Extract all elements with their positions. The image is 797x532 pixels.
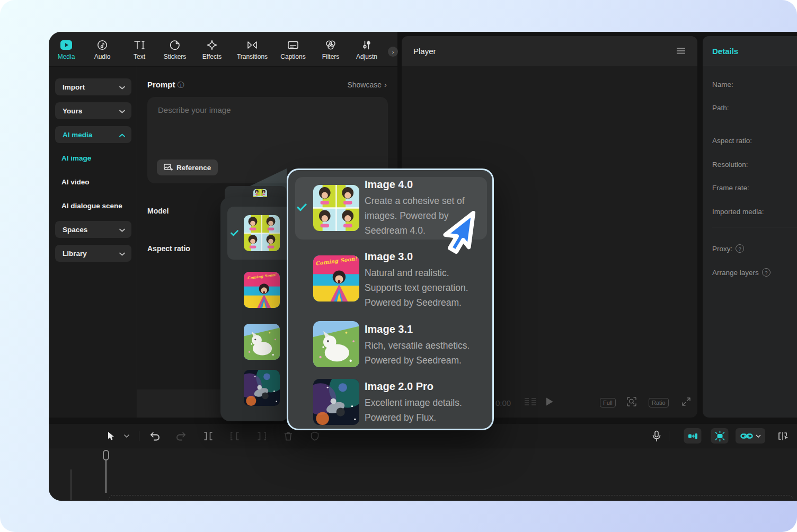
sidebar-divider (137, 66, 137, 419)
tab-audio[interactable]: Audio (81, 39, 123, 60)
tab-effects[interactable]: Effects (191, 39, 233, 60)
question-icon[interactable]: ? (736, 244, 744, 253)
model-option-image-4-0[interactable] (313, 185, 359, 231)
prompt-textarea[interactable] (157, 104, 376, 154)
voiceover-mic-icon[interactable] (652, 424, 661, 448)
timeline-dropzone (109, 495, 793, 501)
tab-label: Effects (191, 53, 233, 60)
model-option-desc: Natural and realistic. Supports text gen… (365, 265, 480, 310)
sidebar-item-import[interactable]: Import (55, 78, 131, 95)
sidebar-item-spaces[interactable]: Spaces (55, 221, 131, 238)
select-tool-icon[interactable] (106, 424, 116, 448)
stickers-icon (154, 39, 196, 51)
model-thumb-space-rider[interactable] (244, 370, 280, 406)
showcase-link[interactable]: Showcase › (347, 80, 387, 89)
reference-button[interactable]: Reference (157, 159, 218, 175)
transitions-icon (231, 39, 273, 51)
chevron-up-icon (119, 131, 125, 139)
tab-label: Audio (81, 53, 123, 60)
proxy-label: Proxy: (712, 245, 732, 253)
sidebar-item-label: AI media (63, 131, 92, 139)
add-reference-image-icon (164, 163, 173, 172)
chevron-down-icon (119, 107, 125, 115)
detail-field-name: Name: (712, 81, 733, 88)
model-option-image-2-0-pro[interactable] (313, 379, 359, 425)
model-option-title: Image 2.0 Pro (365, 380, 480, 393)
sidebar-item-yours[interactable]: Yours (55, 102, 131, 119)
magnetic-snap-button[interactable] (684, 428, 702, 444)
hamburger-menu-icon[interactable] (676, 47, 686, 56)
trim-left-icon[interactable] (229, 424, 240, 448)
captions-icon (272, 39, 314, 51)
zoom-preview-icon[interactable] (626, 396, 637, 409)
detail-field-proxy: Proxy: ? (712, 244, 744, 253)
info-icon[interactable]: ⓘ (178, 81, 184, 89)
sidebar-item-ai-dialogue-scene[interactable]: AI dialogue scene (61, 197, 122, 214)
selected-check-icon (297, 203, 307, 214)
question-icon[interactable]: ? (762, 268, 771, 277)
details-header: Details (703, 36, 797, 66)
aspect-ratio-label: Aspect ratio (147, 244, 190, 253)
tab-stickers[interactable]: Stickers (154, 39, 196, 60)
model-thumb-girl-grid[interactable] (244, 215, 280, 251)
trim-right-icon[interactable] (256, 424, 267, 448)
undo-icon[interactable] (149, 424, 161, 448)
model-thumb-dog-meadow[interactable] (244, 324, 280, 360)
toolbar-divider (139, 431, 139, 441)
chevron-right-icon: › (384, 80, 387, 89)
tab-adjustment[interactable]: Adjustn (346, 39, 388, 60)
tab-transitions[interactable]: Transitions (231, 39, 273, 60)
model-option-image-3-1-text[interactable]: Image 3.1 Rich, versatile aesthetics. Po… (365, 323, 480, 368)
reference-label: Reference (176, 164, 211, 172)
fullscreen-icon[interactable] (681, 396, 692, 409)
sidebar-item-label: Yours (63, 107, 82, 115)
detail-field-path: Path: (712, 104, 729, 112)
auto-ripple-button[interactable] (711, 428, 729, 444)
model-thumb-coming-soon[interactable]: Coming Soon! (244, 272, 280, 308)
auto-ripple-icon (713, 430, 726, 442)
detail-field-imported-media: Imported media: (712, 208, 764, 216)
tab-captions[interactable]: Captions (272, 39, 314, 60)
player-title: Player (413, 47, 436, 56)
frame-list-icon[interactable] (523, 396, 538, 409)
redo-icon[interactable] (175, 424, 187, 448)
tab-label: Stickers (154, 53, 196, 60)
top-toolbar: Media Audio Text (49, 32, 397, 67)
marketing-canvas: Media Audio Text (0, 0, 797, 532)
preview-axis-icon[interactable] (777, 424, 790, 448)
tab-label: Captions (272, 53, 314, 60)
sidebar-item-label: AI image (61, 154, 91, 162)
sidebar-item-ai-media[interactable]: AI media (55, 126, 131, 143)
prompt-title: Prompt ⓘ (147, 80, 184, 90)
showcase-label: Showcase (347, 81, 382, 89)
sidebar-item-ai-image[interactable]: AI image (61, 149, 91, 166)
chevron-down-icon (119, 83, 125, 91)
toolbar-more-button[interactable]: › (388, 47, 398, 57)
sidebar-item-ai-video[interactable]: AI video (61, 173, 90, 190)
model-option-image-3-1[interactable] (313, 321, 359, 367)
sidebar-item-label: Library (63, 250, 87, 258)
play-button[interactable] (545, 397, 554, 409)
adjustment-icon (346, 39, 388, 51)
details-title: Details (712, 47, 738, 56)
detail-field-resolution: Resolution: (712, 161, 748, 169)
timeline (49, 448, 797, 501)
model-option-title: Image 3.1 (365, 323, 480, 335)
chevron-down-icon (119, 250, 125, 258)
model-option-image-3-0-text[interactable]: Image 3.0 Natural and realistic. Support… (365, 251, 480, 310)
split-icon[interactable] (203, 424, 214, 448)
tab-label: Transitions (231, 53, 273, 60)
full-badge[interactable]: Full (600, 398, 616, 407)
model-label: Model (147, 207, 169, 215)
select-tool-chevron-icon[interactable] (124, 424, 129, 448)
model-option-image-2-0-pro-text[interactable]: Image 2.0 Pro Excellent image details. P… (365, 380, 480, 425)
model-option-desc: Rich, versatile aesthetics. Powered by S… (365, 338, 480, 368)
link-icon (740, 431, 753, 441)
ratio-badge[interactable]: Ratio (649, 398, 669, 407)
link-clips-button[interactable] (736, 428, 765, 444)
chevron-down-icon (119, 226, 125, 234)
model-option-image-3-0[interactable]: Coming Soon! (313, 255, 359, 302)
model-dropdown-medium: Coming Soon! (220, 197, 289, 421)
sidebar-item-library[interactable]: Library (55, 245, 131, 262)
playhead-handle[interactable] (103, 450, 109, 460)
